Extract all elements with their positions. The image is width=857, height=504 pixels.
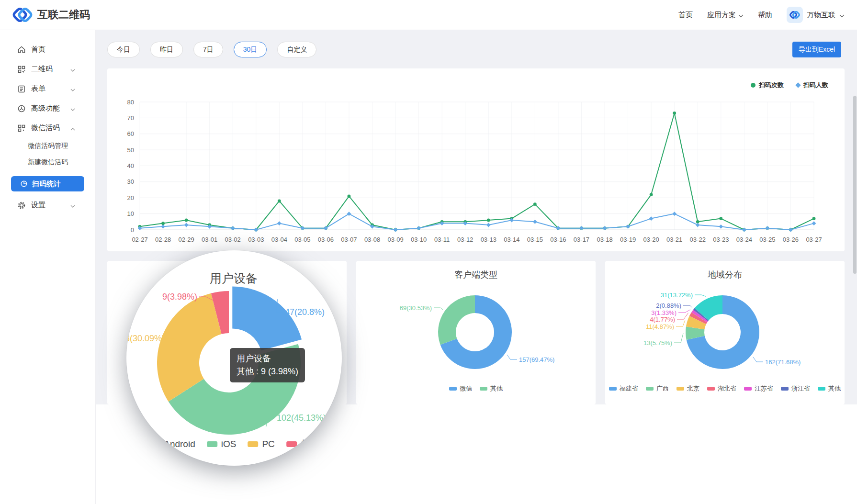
data-point[interactable] bbox=[672, 212, 677, 216]
data-point[interactable] bbox=[696, 223, 700, 227]
legend-marker-icon bbox=[286, 441, 297, 447]
legend-item-北京[interactable]: 北京 bbox=[677, 384, 699, 393]
top-nav: 首页 应用方案 帮助 万物互联 bbox=[678, 7, 845, 23]
legend-marker-icon bbox=[248, 441, 258, 447]
circle-marker-icon bbox=[751, 83, 756, 88]
sidebar-item-new-wechat-qr[interactable]: 新建微信活码 bbox=[0, 154, 95, 170]
slice-label-江苏省: 3(1.33%) bbox=[651, 309, 677, 316]
avatar bbox=[787, 7, 803, 23]
data-point[interactable] bbox=[812, 217, 816, 220]
slice-label-北京: 11(4.87%) bbox=[646, 323, 674, 330]
legend-item-Android[interactable]: Android bbox=[149, 439, 195, 449]
svg-text:03-22: 03-22 bbox=[690, 236, 706, 243]
chevron-down-icon bbox=[839, 11, 845, 19]
nav-solutions[interactable]: 应用方案 bbox=[707, 11, 744, 20]
legend-item-福建省[interactable]: 福建省 bbox=[609, 384, 638, 393]
legend-marker-icon bbox=[677, 387, 684, 391]
user-menu[interactable]: 万物互联 bbox=[787, 7, 845, 23]
chevron-down-icon bbox=[70, 104, 75, 112]
chart-tooltip: 用户设备 其他 : 9 (3.98%) bbox=[230, 348, 305, 382]
nav-help[interactable]: 帮助 bbox=[758, 11, 772, 20]
brand[interactable]: 互联二维码 bbox=[12, 5, 90, 25]
data-point[interactable] bbox=[650, 193, 653, 196]
data-point[interactable] bbox=[277, 221, 282, 225]
sidebar-item-advanced[interactable]: 高级功能 bbox=[0, 99, 95, 118]
data-point[interactable] bbox=[533, 202, 537, 206]
svg-text:03-19: 03-19 bbox=[620, 236, 636, 243]
magnified-card-title: 用户设备 bbox=[210, 270, 258, 286]
legend-item-其他[interactable]: 其他 bbox=[286, 438, 319, 450]
sidebar-item-forms[interactable]: 表单 bbox=[0, 79, 95, 99]
sidebar-item-wechat-qr[interactable]: 微信活码 bbox=[0, 118, 95, 138]
export-excel-button[interactable]: 导出到Excel bbox=[792, 42, 841, 57]
legend-item-其他[interactable]: 其他 bbox=[818, 384, 841, 393]
data-point[interactable] bbox=[394, 228, 398, 232]
legend-marker-icon bbox=[609, 387, 617, 391]
data-point[interactable] bbox=[185, 219, 188, 222]
filter-today-button[interactable]: 今日 bbox=[107, 42, 140, 57]
user-name: 万物互联 bbox=[807, 11, 835, 20]
legend-item-浙江省[interactable]: 浙江省 bbox=[781, 384, 810, 393]
legend-marker-icon bbox=[707, 387, 715, 391]
svg-text:03-25: 03-25 bbox=[759, 236, 775, 243]
svg-text:80: 80 bbox=[127, 99, 134, 106]
svg-text:03-14: 03-14 bbox=[504, 236, 519, 243]
legend-item-微信[interactable]: 微信 bbox=[449, 384, 472, 393]
region-chart: 162(71.68%)13(5.75%)11(4.87%)4(1.77%)3(1… bbox=[605, 261, 845, 404]
legend-item-iOS[interactable]: iOS bbox=[207, 439, 237, 449]
svg-text:03-06: 03-06 bbox=[318, 236, 334, 243]
line-series-扫码次数[interactable] bbox=[138, 112, 816, 231]
advanced-icon bbox=[17, 104, 26, 113]
data-point[interactable] bbox=[789, 228, 793, 232]
svg-text:50: 50 bbox=[127, 146, 134, 154]
donut-slice-PC[interactable] bbox=[157, 293, 222, 402]
data-point[interactable] bbox=[719, 217, 722, 220]
scrollbar-thumb[interactable] bbox=[853, 96, 857, 274]
filter-7days-button[interactable]: 7日 bbox=[193, 42, 223, 57]
filter-yesterday-button[interactable]: 昨日 bbox=[150, 42, 183, 57]
data-point[interactable] bbox=[161, 224, 165, 229]
sidebar-item-scan-statistics[interactable]: 扫码统计 bbox=[11, 176, 84, 191]
data-point[interactable] bbox=[812, 221, 816, 225]
svg-text:30: 30 bbox=[127, 178, 134, 185]
donut-slice-Android[interactable] bbox=[232, 286, 302, 350]
svg-text:0: 0 bbox=[131, 226, 134, 234]
data-point[interactable] bbox=[348, 195, 351, 198]
data-point[interactable] bbox=[673, 112, 676, 115]
data-point[interactable] bbox=[184, 223, 189, 227]
sidebar-item-home[interactable]: 首页 bbox=[0, 40, 95, 59]
sidebar-item-settings[interactable]: 设置 bbox=[0, 195, 95, 215]
data-point[interactable] bbox=[533, 220, 537, 224]
legend-item-扫码次数[interactable]: 扫码次数 bbox=[751, 81, 784, 90]
donut-slice-其他[interactable] bbox=[438, 295, 475, 345]
legend-item-江苏省[interactable]: 江苏省 bbox=[744, 384, 773, 393]
svg-text:03-01: 03-01 bbox=[202, 236, 217, 243]
slice-label-微信: 157(69.47%) bbox=[519, 356, 554, 363]
legend-item-PC[interactable]: PC bbox=[248, 439, 274, 449]
data-point[interactable] bbox=[649, 216, 654, 221]
svg-text:03-10: 03-10 bbox=[411, 236, 427, 243]
sidebar-item-qrcode[interactable]: 二维码 bbox=[0, 59, 95, 79]
data-point[interactable] bbox=[719, 224, 723, 229]
pie-chart-icon bbox=[20, 180, 28, 188]
legend-item-其他[interactable]: 其他 bbox=[480, 384, 503, 393]
legend-item-扫码人数[interactable]: 扫码人数 bbox=[796, 81, 828, 90]
sidebar-item-wechat-qr-manage[interactable]: 微信活码管理 bbox=[0, 138, 95, 154]
nav-home[interactable]: 首页 bbox=[678, 11, 693, 20]
legend-item-湖北省[interactable]: 湖北省 bbox=[707, 384, 736, 393]
data-point[interactable] bbox=[278, 200, 281, 203]
svg-text:03-20: 03-20 bbox=[643, 236, 659, 243]
svg-text:03-17: 03-17 bbox=[574, 236, 589, 243]
legend-item-广西[interactable]: 广西 bbox=[646, 384, 669, 393]
filter-30days-button[interactable]: 30日 bbox=[234, 42, 267, 57]
svg-text:03-15: 03-15 bbox=[527, 236, 543, 243]
chart-grid bbox=[140, 102, 814, 230]
svg-text:03-23: 03-23 bbox=[713, 236, 729, 243]
data-point[interactable] bbox=[487, 219, 490, 222]
data-point[interactable] bbox=[486, 223, 491, 227]
filter-custom-button[interactable]: 自定义 bbox=[277, 42, 316, 57]
line-series-扫码人数[interactable] bbox=[138, 212, 816, 232]
svg-text:10: 10 bbox=[127, 210, 134, 217]
data-point[interactable] bbox=[742, 228, 746, 232]
svg-text:03-09: 03-09 bbox=[387, 236, 403, 243]
